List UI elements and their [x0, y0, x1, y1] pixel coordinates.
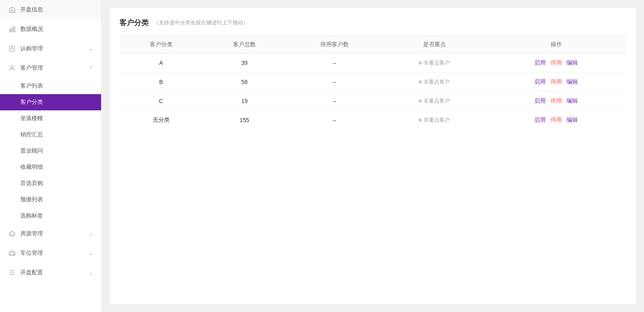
cell-category: B	[119, 73, 203, 92]
sidebar-label-chewei: 车位管理	[20, 250, 89, 257]
sidebar-label-xiaokong: 销控汇总	[20, 131, 43, 138]
page-subtitle: （支持选中分类长按左键进行上下拖动）	[153, 19, 249, 26]
sidebar-label-kehu: 客户管理	[20, 65, 89, 72]
svg-rect-3	[10, 46, 15, 52]
main-content: 客户分类 （支持选中分类长按左键进行上下拖动） 客户分类 客户总数 停用客户数 …	[102, 0, 644, 312]
content-area: 客户分类 （支持选中分类长按左键进行上下拖动） 客户分类 客户总数 停用客户数 …	[110, 8, 636, 304]
sidebar-label-guwen: 置业顾问	[20, 147, 43, 155]
cell-disabled: –	[286, 73, 383, 92]
sidebar-item-yujiao[interactable]: 预缴列表	[0, 192, 101, 208]
edit-button[interactable]: 编辑	[566, 97, 578, 104]
col-header-iskey: 是否重点	[383, 36, 486, 54]
cell-total: 39	[203, 54, 286, 73]
cell-total: 58	[203, 73, 286, 92]
edit-button[interactable]: 编辑	[566, 116, 578, 123]
cell-actions: 启用 停用 编辑	[486, 111, 626, 130]
enable-button[interactable]: 启用	[534, 78, 546, 85]
sidebar-item-kaipan[interactable]: 开盘信息	[0, 0, 101, 19]
sidebar-label-rengou: 认购管理	[20, 45, 89, 52]
chevron-down-icon4: ⌄	[89, 270, 93, 275]
house-icon	[8, 230, 16, 238]
user-icon	[8, 64, 16, 72]
svg-rect-0	[9, 29, 11, 32]
sidebar-item-xiaokong[interactable]: 销控汇总	[0, 127, 101, 143]
sidebar-item-qixuan[interactable]: 弃选弃购	[0, 175, 101, 192]
enable-button[interactable]: 启用	[534, 59, 546, 66]
cell-disabled: –	[286, 111, 383, 130]
table-row: A39–非重点客户 启用 停用 编辑	[119, 54, 626, 73]
edit-button[interactable]: 编辑	[566, 78, 578, 85]
sidebar-item-chewei[interactable]: 车位管理 ⌄	[0, 243, 101, 263]
car-icon	[8, 249, 16, 257]
customer-category-table: 客户分类 客户总数 停用客户数 是否重点 操作 A39–非重点客户 启用 停用 …	[119, 36, 626, 129]
sidebar-item-kehu-classify[interactable]: 客户分类	[0, 94, 101, 110]
table-row: 无分类155–非重点客户 启用 停用 编辑	[119, 111, 626, 130]
sidebar-label-qixuan: 弃选弃购	[20, 180, 43, 187]
cell-actions: 启用 停用 编辑	[486, 73, 626, 92]
sidebar-item-fangyuan[interactable]: 房源管理 ⌄	[0, 224, 101, 243]
edit-button[interactable]: 编辑	[566, 59, 578, 66]
sidebar-item-kehu[interactable]: 客户管理 ⌃	[0, 58, 101, 78]
cell-actions: 启用 停用 编辑	[486, 92, 626, 111]
sidebar-label-yujiao: 预缴列表	[20, 196, 43, 203]
sidebar: 开盘信息 数据概况 认购管理 ⌄ 客户管理 ⌃	[0, 0, 102, 312]
config-icon	[8, 269, 16, 277]
col-header-category: 客户分类	[119, 36, 203, 54]
chevron-down-icon3: ⌄	[89, 250, 93, 256]
cell-disabled: –	[286, 54, 383, 73]
sidebar-label-zuolou: 坐落楼幢	[20, 115, 43, 122]
enable-button[interactable]: 启用	[534, 97, 546, 104]
sidebar-item-rengou[interactable]: 认购管理 ⌄	[0, 39, 101, 58]
table-row: B58–非重点客户 启用 停用 编辑	[119, 73, 626, 92]
subscribe-icon	[8, 45, 16, 53]
sidebar-item-zuolou[interactable]: 坐落楼幢	[0, 110, 101, 127]
cell-category: 无分类	[119, 111, 203, 130]
col-header-disabled: 停用客户数	[286, 36, 383, 54]
sidebar-item-shoucang[interactable]: 收藏明细	[0, 159, 101, 175]
sidebar-item-xuangou[interactable]: 选购标签	[0, 208, 101, 224]
disable-button[interactable]: 停用	[551, 116, 562, 123]
cell-iskey: 非重点客户	[383, 54, 486, 73]
svg-point-4	[11, 66, 13, 68]
sidebar-label-kehu-classify: 客户分类	[20, 99, 43, 106]
sidebar-label-kehu-list: 客户列表	[20, 82, 43, 90]
sidebar-label-data: 数据概况	[20, 26, 93, 33]
page-title: 客户分类	[119, 18, 149, 28]
sidebar-item-data[interactable]: 数据概况	[0, 19, 101, 39]
sidebar-label-config: 开盘配置	[20, 269, 89, 276]
sidebar-item-kehu-list[interactable]: 客户列表	[0, 78, 101, 94]
chevron-up-icon: ⌃	[89, 65, 93, 71]
cell-iskey: 非重点客户	[383, 111, 486, 130]
disable-button[interactable]: 停用	[551, 59, 562, 66]
sidebar-item-config[interactable]: 开盘配置 ⌄	[0, 263, 101, 282]
cell-iskey: 非重点客户	[383, 73, 486, 92]
cell-category: A	[119, 54, 203, 73]
cell-iskey: 非重点客户	[383, 92, 486, 111]
cell-disabled: –	[286, 92, 383, 111]
sidebar-label-fangyuan: 房源管理	[20, 230, 89, 237]
chevron-down-icon2: ⌄	[89, 231, 93, 237]
svg-rect-2	[14, 26, 15, 32]
table-row: C19–非重点客户 启用 停用 编辑	[119, 92, 626, 111]
enable-button[interactable]: 启用	[534, 116, 546, 123]
sidebar-item-guwen[interactable]: 置业顾问	[0, 143, 101, 159]
disable-button[interactable]: 停用	[551, 97, 562, 104]
page-header: 客户分类 （支持选中分类长按左键进行上下拖动）	[119, 18, 626, 28]
sidebar-label-shoucang: 收藏明细	[20, 164, 43, 171]
cell-total: 155	[203, 111, 286, 130]
col-header-total: 客户总数	[203, 36, 286, 54]
svg-rect-1	[12, 28, 13, 32]
home-icon	[8, 6, 16, 14]
bar-icon	[8, 25, 16, 33]
chevron-down-icon: ⌄	[89, 46, 93, 52]
cell-total: 19	[203, 92, 286, 111]
sidebar-label-kaipan: 开盘信息	[20, 6, 93, 13]
cell-actions: 启用 停用 编辑	[486, 54, 626, 73]
col-header-actions: 操作	[486, 36, 626, 54]
cell-category: C	[119, 92, 203, 111]
sidebar-label-xuangou: 选购标签	[20, 212, 43, 219]
disable-button[interactable]: 停用	[551, 78, 562, 85]
